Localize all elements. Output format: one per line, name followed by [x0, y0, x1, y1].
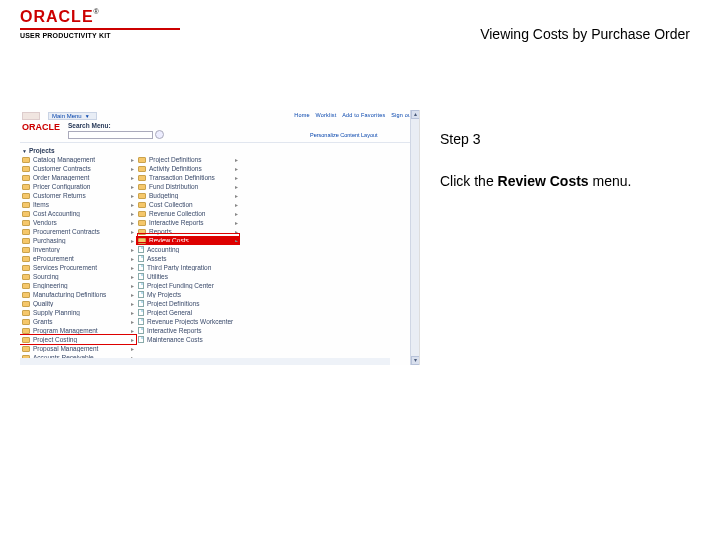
menu1-item-10[interactable]: Purchasing [20, 236, 136, 245]
menu2-item-3[interactable]: Transaction Definitions [136, 173, 240, 182]
menu1-item-4[interactable]: Pricer Configuration [20, 182, 136, 191]
page-icon [138, 246, 144, 253]
menu1-item-15[interactable]: Engineering [20, 281, 136, 290]
menu2-item-9[interactable]: Reports [136, 227, 240, 236]
folder-icon [138, 211, 146, 217]
menu1-item-14[interactable]: Sourcing [20, 272, 136, 281]
menu1-item-19[interactable]: Grants [20, 317, 136, 326]
personalize-link[interactable]: Personalize Content Layout [310, 132, 378, 138]
menu2-item-19[interactable]: Revenue Projects Workcenter [136, 317, 240, 326]
search-go-button[interactable] [155, 130, 164, 139]
logo-subtitle: USER PRODUCTIVITY KIT [20, 32, 180, 39]
submenu-arrow-icon [129, 309, 136, 316]
submenu-arrow-icon [129, 291, 136, 298]
menu-item-label: Revenue Projects Workcenter [147, 318, 240, 325]
menu2-item-13[interactable]: Third Party Integration [136, 263, 240, 272]
submenu-arrow-icon [129, 228, 136, 235]
menu-item-label: Interactive Reports [149, 219, 233, 226]
menu2-item-18[interactable]: Project General [136, 308, 240, 317]
menu1-item-22[interactable]: Proposal Management [20, 344, 136, 353]
menu-item-label: Project Funding Center [147, 282, 240, 289]
menu1-item-3[interactable]: Order Management [20, 173, 136, 182]
menu1-item-1[interactable]: Catalog Management [20, 155, 136, 164]
chevron-down-icon [22, 147, 29, 154]
instruction-bold: Review Costs [498, 173, 589, 189]
main-menu-dropdown[interactable]: Main Menu▼ [48, 112, 97, 120]
scroll-down-icon[interactable]: ▾ [411, 356, 420, 365]
menu1-item-13[interactable]: Services Procurement [20, 263, 136, 272]
submenu-arrow-icon [129, 264, 136, 271]
page-icon [138, 300, 144, 307]
menu-col-1: ProjectsCatalog ManagementCustomer Contr… [20, 146, 136, 365]
menu1-item-17[interactable]: Quality [20, 299, 136, 308]
menu1-item-20[interactable]: Program Management [20, 326, 136, 335]
menu2-item-21[interactable]: Maintenance Costs [136, 335, 240, 344]
menu2-item-11[interactable]: Accounting [136, 245, 240, 254]
add-favorites-link[interactable]: Add to Favorites [342, 112, 385, 118]
menu2-item-2[interactable]: Activity Definitions [136, 164, 240, 173]
page-header: ORACLE® USER PRODUCTIVITY KIT Viewing Co… [0, 8, 720, 56]
menu-item-label: Inventory [33, 246, 129, 253]
submenu-arrow-icon [129, 156, 136, 163]
logo-trademark: ® [94, 8, 99, 15]
menu2-item-10[interactable]: Review Costs [136, 236, 240, 245]
menu-item-label: Project Definitions [147, 300, 240, 307]
menu-item-label: Revenue Collection [149, 210, 233, 217]
menu1-item-0[interactable]: Projects [20, 146, 136, 155]
menu-item-label: Customer Contracts [33, 165, 129, 172]
menu-item-label: Grants [33, 318, 129, 325]
menu-item-label: Maintenance Costs [147, 336, 240, 343]
home-link[interactable]: Home [294, 112, 309, 118]
menu2-item-4[interactable]: Fund Distribution [136, 182, 240, 191]
menu-item-label: Purchasing [33, 237, 129, 244]
scroll-up-icon[interactable]: ▴ [411, 110, 420, 119]
menu2-item-1[interactable]: Project Definitions [136, 155, 240, 164]
menu2-item-5[interactable]: Budgeting [136, 191, 240, 200]
submenu-arrow-icon [129, 345, 136, 352]
submenu-arrow-icon [129, 210, 136, 217]
menu1-item-12[interactable]: eProcurement [20, 254, 136, 263]
menu1-item-18[interactable]: Supply Planning [20, 308, 136, 317]
menu1-item-6[interactable]: Items [20, 200, 136, 209]
back-button[interactable] [22, 112, 40, 120]
menu-item-label: Manufacturing Definitions [33, 291, 129, 298]
menu2-item-17[interactable]: Project Definitions [136, 299, 240, 308]
menu1-item-11[interactable]: Inventory [20, 245, 136, 254]
menu1-item-8[interactable]: Vendors [20, 218, 136, 227]
submenu-arrow-icon [129, 246, 136, 253]
menu1-item-5[interactable]: Customer Returns [20, 191, 136, 200]
menu1-item-16[interactable]: Manufacturing Definitions [20, 290, 136, 299]
menu1-item-21[interactable]: Project Costing [20, 335, 136, 344]
folder-icon [138, 238, 146, 244]
menu2-item-20[interactable]: Interactive Reports [136, 326, 240, 335]
instruction-text: Click the Review Costs menu. [440, 172, 690, 192]
submenu-arrow-icon [129, 219, 136, 226]
vertical-scrollbar[interactable]: ▴ ▾ [410, 110, 419, 365]
menu-item-label: Budgeting [149, 192, 233, 199]
menu2-item-12[interactable]: Assets [136, 254, 240, 263]
menu-item-label: Proposal Management [33, 345, 129, 352]
menu2-item-6[interactable]: Cost Collection [136, 200, 240, 209]
folder-icon [22, 166, 30, 172]
menu2-item-16[interactable]: My Projects [136, 290, 240, 299]
menu-item-label: Utilities [147, 273, 240, 280]
menu-item-label: Supply Planning [33, 309, 129, 316]
folder-icon [22, 265, 30, 271]
search-input[interactable] [68, 131, 153, 139]
step-label: Step 3 [440, 130, 690, 150]
menu2-item-8[interactable]: Interactive Reports [136, 218, 240, 227]
folder-icon [22, 292, 30, 298]
menu2-item-15[interactable]: Project Funding Center [136, 281, 240, 290]
menu2-item-7[interactable]: Revenue Collection [136, 209, 240, 218]
instruction-panel: Step 3 Click the Review Costs menu. [440, 130, 690, 191]
folder-icon [22, 301, 30, 307]
worklist-link[interactable]: Worklist [315, 112, 336, 118]
menu2-item-14[interactable]: Utilities [136, 272, 240, 281]
menu1-item-7[interactable]: Cost Accounting [20, 209, 136, 218]
app-screenshot: Main Menu▼ Home Worklist Add to Favorite… [20, 110, 420, 365]
folder-icon [22, 184, 30, 190]
menu1-item-2[interactable]: Customer Contracts [20, 164, 136, 173]
menu1-item-9[interactable]: Procurement Contracts [20, 227, 136, 236]
submenu-arrow-icon [129, 165, 136, 172]
menu-item-label: Items [33, 201, 129, 208]
